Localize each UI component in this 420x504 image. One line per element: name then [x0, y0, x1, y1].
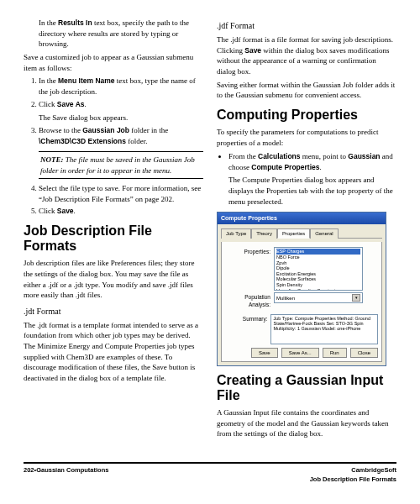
- heading-gaussian-input: Creating a Gaussian Input File: [217, 373, 396, 402]
- list-item[interactable]: Zpvh: [276, 260, 360, 266]
- intro-text: In the Results In text box, specify the …: [39, 18, 203, 50]
- save-button[interactable]: Save: [251, 348, 278, 358]
- note-label: NOTE:: [40, 155, 64, 164]
- computing-bullets: From the Calculations menu, point to Gau…: [217, 151, 396, 207]
- note-text: The file must be saved in the Gaussian J…: [40, 155, 195, 175]
- bullet-1-sub: The Compute Properties dialog box appear…: [228, 175, 396, 207]
- jdf-text: The .jdf format is a file format for sav…: [217, 34, 396, 77]
- computing-lead: To specify the parameters for computatio…: [217, 127, 396, 148]
- steps-list-cont: Select the file type to save. For more i…: [24, 183, 203, 217]
- close-button[interactable]: Close: [350, 348, 378, 358]
- tab-theory[interactable]: Theory: [251, 228, 277, 239]
- heading-jdf: .jdf Format: [217, 20, 396, 32]
- right-column: .jdf Format The .jdf format is a file fo…: [217, 15, 396, 455]
- population-combo[interactable]: Mulliken ▾: [274, 292, 363, 303]
- jdf-desc: Job description files are like Preferenc…: [24, 258, 203, 300]
- tab-general[interactable]: General: [310, 228, 338, 239]
- list-item[interactable]: Hyperfine Coupling Constants: [276, 288, 360, 291]
- step-2-sub: The Save dialog box appears.: [39, 113, 203, 123]
- run-button[interactable]: Run: [323, 348, 347, 358]
- jdt-desc: The .jdt format is a template format int…: [24, 320, 203, 384]
- page-footer: 202•Gaussian Computations CambridgeSoft …: [24, 462, 396, 484]
- properties-label: Properties:: [225, 247, 270, 255]
- summary-label: Summary:: [225, 314, 267, 323]
- left-column: In the Results In text box, specify the …: [24, 15, 203, 455]
- jdf-text-2: Saving either format within the Gaussian…: [217, 80, 396, 101]
- step-1: In the Menu Item Name text box, type the…: [39, 76, 203, 97]
- list-item[interactable]: Excitation Energies: [276, 271, 360, 277]
- results-in-label: Results In: [58, 18, 92, 27]
- footer-left: 202•Gaussian Computations: [24, 466, 108, 484]
- dialog-titlebar: Compute Properties: [218, 213, 386, 224]
- properties-panel: Properties: ESP Charges NBO Force Zpvh D…: [221, 242, 382, 362]
- saveas-button[interactable]: Save As...: [281, 348, 319, 358]
- footer-right: CambridgeSoft Job Description File Forma…: [310, 466, 396, 484]
- list-item[interactable]: Spin Density: [276, 282, 360, 288]
- step-3: Browse to the Gaussian Job folder in the…: [39, 125, 203, 147]
- tab-properties[interactable]: Properties: [277, 228, 310, 239]
- chevron-down-icon[interactable]: ▾: [352, 294, 360, 302]
- list-item[interactable]: Dipole: [276, 265, 360, 271]
- gaussian-input-desc: A Gaussian Input file contains the coord…: [217, 407, 396, 439]
- dialog-tabs: Job Type Theory Properties General: [221, 228, 382, 239]
- steps-list: In the Menu Item Name text box, type the…: [24, 76, 203, 147]
- bullet-1: From the Calculations menu, point to Gau…: [228, 151, 396, 207]
- heading-jdf-formats: Job Description File Formats: [24, 223, 203, 253]
- list-item[interactable]: ESP Charges: [276, 249, 360, 255]
- step-2: Click Save As. The Save dialog box appea…: [39, 99, 203, 123]
- compute-properties-dialog: Compute Properties Job Type Theory Prope…: [217, 212, 386, 366]
- heading-jdt: .jdt Format: [24, 306, 203, 318]
- step-4: Select the file type to save. For more i…: [39, 183, 203, 204]
- population-label: Population Analysis:: [225, 292, 270, 308]
- properties-listbox[interactable]: ESP Charges NBO Force Zpvh Dipole Excita…: [274, 247, 363, 291]
- step-5: Click Save.: [39, 206, 203, 217]
- tab-jobtype[interactable]: Job Type: [221, 228, 251, 239]
- note-box: NOTE: The file must be saved in the Gaus…: [39, 151, 203, 179]
- save-lead: Save a customized job to appear as a Gau…: [24, 52, 203, 73]
- list-item[interactable]: Molecular Surfaces: [276, 276, 360, 282]
- list-item[interactable]: NBO Force: [276, 255, 360, 260]
- summary-box: Job Type: Compute Properties Method: Gro…: [270, 314, 378, 344]
- heading-computing: Computing Properties: [217, 108, 396, 123]
